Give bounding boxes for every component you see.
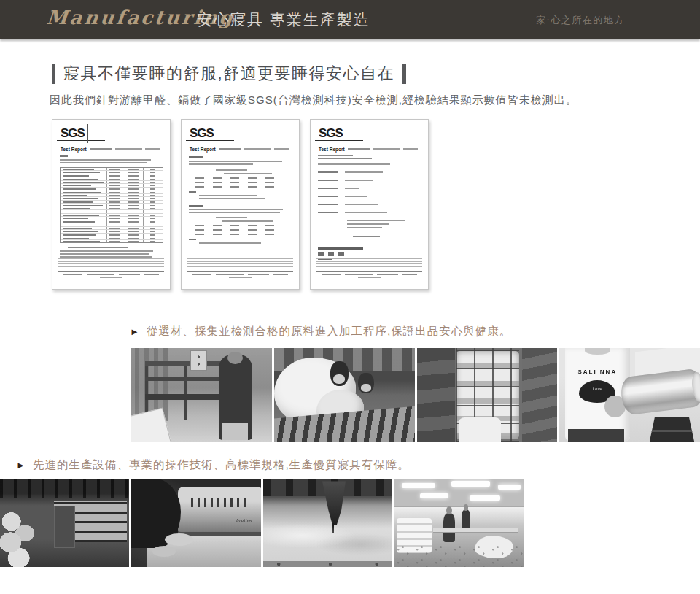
placeholder-line (144, 274, 158, 276)
placeholder-line (63, 192, 101, 193)
photo-packed-roll-weighing: SALI NNA Love (559, 348, 700, 442)
placeholder-line (248, 225, 257, 226)
placeholder-line (248, 177, 257, 179)
placeholder-line (128, 198, 139, 200)
placeholder-line (318, 212, 338, 213)
placeholder-line (63, 185, 91, 187)
placeholder-line (63, 212, 97, 213)
photo-pillow-stacks (417, 348, 558, 442)
machine-brand-text: brother (236, 518, 253, 522)
placeholder-line (229, 277, 252, 278)
certificate-body (189, 155, 292, 257)
placeholder-line (265, 182, 274, 183)
fluorescent-light (402, 483, 435, 488)
placeholder-line (189, 212, 280, 213)
placeholder-line (109, 182, 120, 183)
placeholder-line (60, 253, 149, 255)
placeholder-line (345, 212, 387, 213)
label-value-row (318, 171, 421, 173)
certificate-body (60, 155, 163, 257)
fluorescent-light (451, 481, 490, 486)
placeholder-line (58, 258, 164, 259)
placeholder-line (150, 208, 155, 209)
sgs-logo-tick (346, 124, 346, 143)
placeholder-line (63, 241, 101, 242)
placeholder-line (150, 192, 155, 193)
placeholder-line (150, 179, 155, 180)
sgs-logo: SGS (190, 126, 214, 141)
placeholder-line (403, 148, 418, 150)
placeholder-line (213, 225, 222, 226)
placeholder-line (128, 221, 139, 223)
tshirt-print-love: Love (593, 387, 602, 391)
placeholder-line (230, 177, 239, 179)
worker-silhouette (443, 513, 455, 543)
placeholder-line (316, 261, 422, 262)
placeholder-line (150, 188, 155, 190)
placeholder-line (347, 223, 389, 225)
placeholder-line (150, 201, 155, 203)
test-report-row: Test Report (61, 147, 164, 152)
mini-table-row (195, 229, 292, 231)
placeholder-line (150, 172, 155, 174)
placeholder-line (265, 177, 274, 179)
material-rolls (0, 502, 52, 567)
placeholder-line (60, 250, 153, 252)
table-row (61, 240, 163, 243)
footer-contact-row (58, 274, 164, 276)
placeholder-line (230, 234, 239, 235)
placeholder-line (63, 208, 90, 209)
placeholder-line (338, 252, 344, 256)
heading-left-bar (52, 64, 55, 84)
placeholder-line (150, 175, 155, 177)
placeholder-line (402, 274, 416, 276)
placeholder-line (213, 229, 222, 231)
placeholder-line (109, 201, 120, 203)
placeholder-line (63, 228, 92, 229)
sgs-logo: SGS (319, 126, 343, 141)
photo-press-machine (131, 348, 272, 442)
placeholder-line (63, 274, 82, 276)
process-step-2: ► 先進的生產設備、專業的操作技術、高標準規格,生產優質寢具有保障。 (16, 458, 410, 473)
placeholder-line (109, 241, 120, 242)
placeholder-line (128, 228, 139, 229)
placeholder-line (213, 182, 222, 183)
placeholder-line (345, 274, 373, 276)
placeholder-line (150, 225, 155, 226)
placeholder-line (115, 148, 142, 150)
photo-strip-production: brother (0, 479, 524, 567)
placeholder-line (274, 148, 289, 150)
placeholder-line (150, 234, 155, 236)
placeholder-line (353, 236, 380, 237)
weighing-scale (650, 417, 695, 442)
placeholder-line (230, 182, 239, 183)
placeholder-line (318, 247, 363, 250)
placeholder-line (109, 228, 120, 229)
placeholder-line (150, 238, 155, 239)
placeholder-line (109, 208, 120, 209)
placeholder-line (322, 274, 341, 276)
test-report-row: Test Report (319, 147, 422, 152)
sgs-certificate-method-sections: SGS Test Report (181, 119, 300, 290)
placeholder-line (195, 186, 204, 188)
placeholder-line (128, 195, 139, 196)
sgs-logo-rule (57, 140, 105, 141)
placeholder-line (187, 271, 293, 272)
placeholder-line (100, 277, 123, 278)
page-header: Manufacturing 安心寢具 專業生產製造 家‧心之所在的地方 (0, 0, 700, 39)
sgs-logo-tick (88, 124, 88, 143)
placeholder-line (109, 218, 120, 220)
placeholder-line (63, 169, 94, 170)
placeholder-line (109, 212, 120, 213)
placeholder-line (150, 228, 155, 229)
placeholder-line (63, 225, 102, 226)
photo-factory-floor (394, 479, 524, 567)
placeholder-line (150, 231, 155, 233)
placeholder-line (68, 247, 128, 248)
label-value-row (318, 188, 421, 189)
placeholder-line (318, 204, 338, 205)
placeholder-line (189, 163, 253, 165)
placeholder-line (230, 229, 239, 231)
placeholder-line (150, 221, 155, 223)
placeholder-line (63, 231, 98, 233)
